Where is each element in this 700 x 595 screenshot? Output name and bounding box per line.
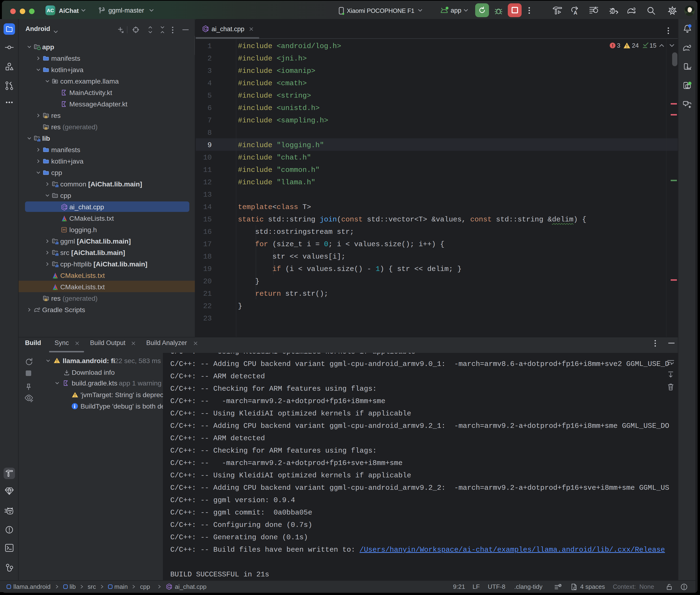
svg-text:A: A [573, 10, 577, 16]
